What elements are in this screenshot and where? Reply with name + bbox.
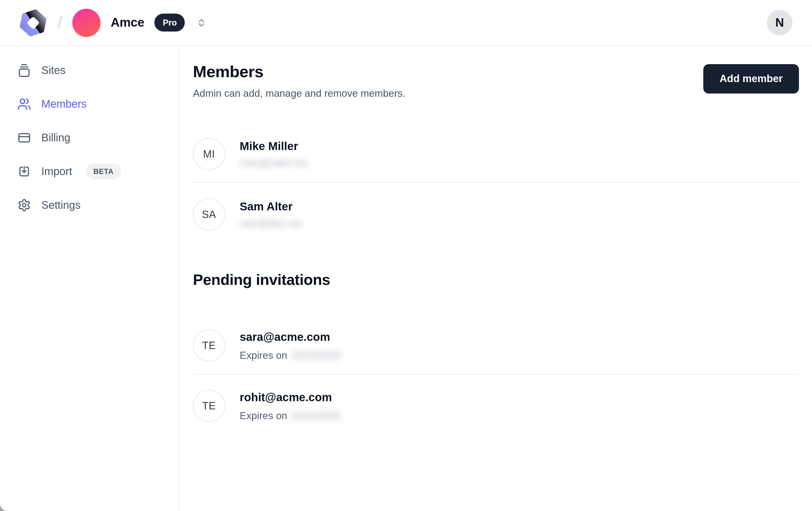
users-icon [18, 97, 31, 111]
invitation-expiry: Expires on 10/10/2025 [240, 349, 341, 361]
member-row: MI Mike Miller mike@miller.me [193, 138, 799, 183]
user-initial: N [775, 16, 784, 30]
workspace-avatar [72, 8, 100, 37]
sidebar-item-label: Billing [41, 132, 70, 144]
sidebar-item-label: Sites [41, 64, 65, 77]
sidebar-item-members[interactable]: Members [18, 92, 169, 116]
invitation-row: TE rohit@acme.com Expires on 10/10/2025 [193, 374, 799, 422]
page-subtitle: Admin can add, manage and remove members… [193, 87, 405, 100]
top-bar: / Amce Pro N [0, 0, 812, 46]
page-header: Members Admin can add, manage and remove… [193, 62, 799, 100]
member-info: Mike Miller mike@miller.me [240, 139, 307, 169]
expires-label: Expires on [240, 409, 287, 422]
sidebar-item-settings[interactable]: Settings [18, 194, 169, 217]
expires-label: Expires on [240, 349, 287, 361]
sidebar: Sites Members [0, 46, 179, 511]
member-name: Mike Miller [240, 139, 307, 153]
breadcrumb-separator: / [58, 12, 62, 32]
members-page: Members Admin can add, manage and remove… [179, 46, 812, 511]
member-initials: MI [203, 148, 215, 160]
invitation-email: rohit@acme.com [240, 390, 341, 404]
sidebar-item-billing[interactable]: Billing [18, 126, 169, 149]
gear-icon [18, 198, 31, 212]
invitation-avatar: TE [193, 330, 225, 362]
member-name: Sam Alter [240, 199, 301, 213]
invitation-initials: TE [202, 340, 216, 351]
member-email-redacted: mike@miller.me [240, 158, 307, 169]
screen: / Amce Pro N [0, 0, 812, 511]
sidebar-item-label: Members [41, 98, 87, 110]
expiry-date-redacted: 10/10/2025 [290, 349, 341, 361]
app-window: / Amce Pro N [0, 0, 812, 511]
sidebar-item-label: Import [41, 165, 72, 178]
members-list: MI Mike Miller mike@miller.me SA Sam Alt… [193, 138, 799, 230]
chevrons-up-down-icon [197, 17, 207, 29]
page-title: Members [193, 62, 405, 82]
expiry-date-redacted: 10/10/2025 [290, 409, 341, 422]
user-avatar[interactable]: N [767, 10, 792, 35]
workspace-name: Amce [111, 15, 144, 30]
body-row: Sites Members [0, 46, 812, 511]
hexagon-logo-icon [19, 8, 48, 37]
invitation-email: sara@acme.com [240, 330, 341, 343]
invitation-info: sara@acme.com Expires on 10/10/2025 [240, 330, 341, 361]
invitation-avatar: TE [193, 390, 225, 422]
invitation-expiry: Expires on 10/10/2025 [240, 409, 341, 422]
member-row: SA Sam Alter sam@alter.me [193, 183, 799, 230]
breadcrumb: / Amce Pro [19, 8, 207, 37]
pending-invitations-title: Pending invitations [193, 271, 799, 289]
invitation-row: TE sara@acme.com Expires on 10/10/2025 [193, 330, 799, 374]
member-email-redacted: sam@alter.me [240, 218, 301, 229]
member-info: Sam Alter sam@alter.me [240, 199, 301, 229]
plan-badge: Pro [155, 13, 185, 32]
sidebar-item-sites[interactable]: Sites [18, 59, 169, 82]
sidebar-item-import[interactable]: Import BETA [18, 160, 169, 183]
app-logo[interactable] [19, 8, 48, 37]
member-avatar: MI [193, 138, 225, 170]
import-icon [18, 165, 31, 178]
pending-invitations-list: TE sara@acme.com Expires on 10/10/2025 [193, 330, 799, 422]
add-member-button[interactable]: Add member [703, 64, 799, 93]
member-avatar: SA [193, 198, 225, 230]
member-initials: SA [202, 208, 216, 221]
sidebar-item-label: Settings [41, 199, 81, 211]
invitation-info: rohit@acme.com Expires on 10/10/2025 [240, 390, 341, 422]
invitation-initials: TE [202, 400, 216, 412]
page-header-text: Members Admin can add, manage and remove… [193, 62, 405, 100]
sites-stack-icon [18, 64, 31, 77]
credit-card-icon [18, 131, 31, 145]
workspace-switcher[interactable]: Amce Pro [72, 8, 206, 37]
beta-badge: BETA [86, 164, 121, 180]
